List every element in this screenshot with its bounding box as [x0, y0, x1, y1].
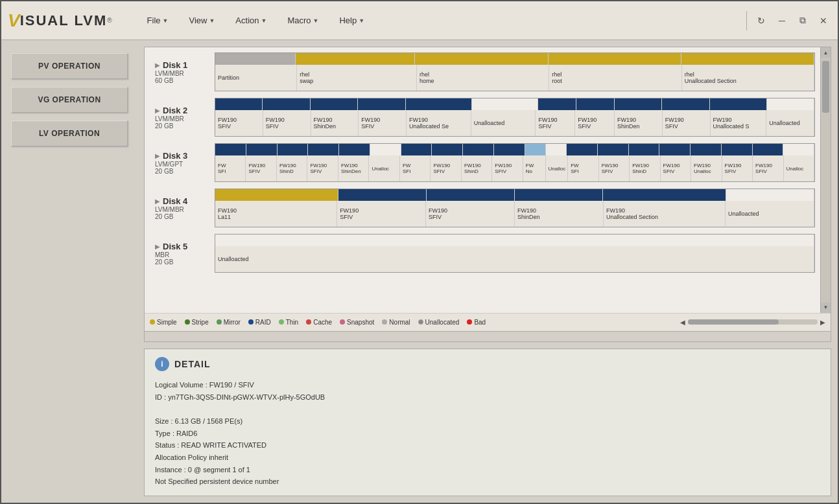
refresh-button[interactable]: ↻	[753, 13, 769, 29]
disk-3-label-row: FWSFI FW190SFIV FW190ShinD FW190SFIV FW1…	[215, 155, 814, 181]
partition-seg[interactable]: FW190Unallocated S	[711, 110, 767, 136]
disk-5-bar	[215, 235, 814, 246]
disk-4-size: 20 GB	[155, 213, 209, 220]
partition-seg[interactable]: FW190SFIV	[215, 110, 263, 136]
menu-view[interactable]: View ▼	[180, 12, 224, 29]
partition-seg[interactable]: FWSFI	[215, 155, 246, 181]
partition-seg[interactable]: FW190ShinDen	[615, 110, 663, 136]
partition-seg[interactable]: Unalloacted	[215, 246, 814, 272]
partition-seg[interactable]: Unalloc	[369, 155, 399, 181]
h-scroll-thumb[interactable]	[688, 319, 779, 325]
partition-seg[interactable]: Unalloc	[784, 155, 814, 181]
partition-seg[interactable]: rhelUnallocated Section	[682, 65, 814, 91]
detail-header: i DETAIL	[155, 357, 820, 371]
partition-seg[interactable]: Unalloc	[546, 155, 569, 181]
sidebar-vg-operation[interactable]: VG OPERATION	[11, 87, 128, 113]
partition-seg[interactable]: rhelswap	[297, 65, 417, 91]
partition-seg[interactable]: Unalloacted	[471, 110, 536, 136]
partition-seg[interactable]: FW190SFIV	[492, 155, 523, 181]
partition-seg[interactable]: FW190SFIV	[246, 155, 276, 181]
bad-label: Bad	[474, 319, 486, 326]
disk-3-partitions: FWSFI FW190SFIV FW190ShinD FW190SFIV FW1…	[215, 143, 815, 182]
minimize-button[interactable]: ─	[774, 13, 790, 29]
app-window: V ISUAL LVM ® File ▼ View ▼ Action ▼ Mac…	[0, 0, 839, 504]
scroll-right-icon[interactable]: ▶	[820, 319, 825, 326]
scroll-track[interactable]	[821, 58, 831, 303]
snapshot-label: Snapshot	[347, 319, 374, 326]
disk-4-name: Disk 4	[163, 196, 187, 206]
scroll-up-button[interactable]: ▲	[821, 47, 831, 58]
part-top	[567, 144, 598, 155]
partition-seg[interactable]: FW190SFIV	[663, 110, 711, 136]
menu-macro[interactable]: Macro ▼	[278, 12, 327, 29]
partition-seg[interactable]: FW190SFIV	[536, 110, 575, 136]
partition-seg[interactable]: Partition	[215, 65, 297, 91]
partition-seg[interactable]: FW190ShinDen	[515, 201, 604, 227]
partition-seg[interactable]: FW190La11	[215, 201, 337, 227]
disk-row: ▶ Disk 2 LVM/MBR 20 GB	[150, 98, 815, 137]
part-top	[767, 98, 814, 110]
partition-seg[interactable]: FW190SFIV	[337, 201, 426, 227]
partition-seg[interactable]: FW190SFIV	[431, 155, 461, 181]
part-top	[339, 144, 370, 155]
menu-bar: File ▼ View ▼ Action ▼ Macro ▼ Help ▼	[138, 12, 740, 29]
scroll-thumb[interactable]	[822, 61, 829, 113]
part-top	[215, 144, 246, 155]
restore-button[interactable]: ⧉	[795, 13, 810, 29]
partition-seg[interactable]: FW190SFIV	[722, 155, 753, 181]
partition-seg[interactable]: FW190SFIV	[359, 110, 407, 136]
partition-seg[interactable]: FW190SFIV	[575, 110, 615, 136]
partition-seg[interactable]: FW190Unalloc	[691, 155, 722, 181]
scroll-down-button[interactable]: ▼	[821, 303, 831, 313]
action-arrow-icon: ▼	[261, 17, 266, 24]
partition-seg[interactable]: FW190ShinDen	[311, 110, 359, 136]
part-top	[525, 144, 546, 155]
partition-seg[interactable]: Unalloacted	[726, 201, 814, 227]
part-top	[358, 98, 405, 110]
logo-v: V	[8, 10, 20, 31]
partition-seg[interactable]: FW190ShinD	[630, 155, 660, 181]
menu-file[interactable]: File ▼	[138, 12, 178, 29]
logo-r: ®	[107, 17, 112, 24]
part-top	[681, 53, 814, 65]
part-top	[406, 98, 472, 110]
partition-seg[interactable]: FWSFI	[568, 155, 598, 181]
partition-seg[interactable]: rhelroot	[549, 65, 681, 91]
partition-seg[interactable]: FW190SFIV	[753, 155, 783, 181]
partition-seg[interactable]: FW190SFIV	[599, 155, 630, 181]
partition-seg[interactable]: FW190SFIV	[661, 155, 691, 181]
disk-scroll-area[interactable]: ▶ Disk 1 LVM/MBR 60 GB	[145, 47, 820, 313]
scroll-arrows: ◀ ▶	[680, 319, 825, 326]
thin-dot	[279, 319, 284, 325]
part-top	[311, 98, 358, 110]
view-arrow-icon: ▼	[209, 17, 215, 24]
partition-seg[interactable]: FWNo	[523, 155, 546, 181]
partition-seg[interactable]: FW190ShinD	[277, 155, 307, 181]
part-top	[726, 189, 814, 201]
h-scroll-track[interactable]	[688, 319, 818, 325]
legend-stripe: Stripe	[185, 319, 209, 326]
close-button[interactable]: ✕	[816, 13, 831, 29]
partition-seg[interactable]: Unalloacted	[766, 110, 814, 136]
partition-seg[interactable]: FW190ShinDen	[338, 155, 369, 181]
scroll-left-icon[interactable]: ◀	[680, 319, 685, 326]
partition-seg[interactable]: FW190SFIV	[263, 110, 311, 136]
menu-help[interactable]: Help ▼	[330, 12, 373, 29]
partition-seg[interactable]: FW190ShinD	[462, 155, 492, 181]
menu-action[interactable]: Action ▼	[226, 12, 276, 29]
sidebar-lv-operation[interactable]: LV OPERATION	[11, 120, 128, 146]
sidebar-pv-operation[interactable]: PV OPERATION	[11, 53, 128, 79]
partition-seg[interactable]: rhelhome	[417, 65, 549, 91]
part-top	[515, 189, 603, 201]
partition-seg[interactable]: FWSFI	[400, 155, 431, 181]
disk-2-size: 20 GB	[155, 122, 209, 130]
part-top	[691, 144, 722, 155]
vertical-scrollbar[interactable]: ▲ ▼	[820, 47, 831, 313]
simple-label: Simple	[157, 319, 177, 326]
partition-seg[interactable]: FW190SFIV	[426, 201, 515, 227]
partition-seg[interactable]: FW190SFIV	[307, 155, 338, 181]
partition-seg[interactable]: FW190Unallocated Section	[604, 201, 726, 227]
disk-4-label-row: FW190La11 FW190SFIV FW190SFIV FW190ShinD…	[215, 201, 814, 227]
partition-seg[interactable]: FW190Unallocated Se	[407, 110, 471, 136]
horizontal-scrollbar[interactable]	[145, 331, 831, 341]
